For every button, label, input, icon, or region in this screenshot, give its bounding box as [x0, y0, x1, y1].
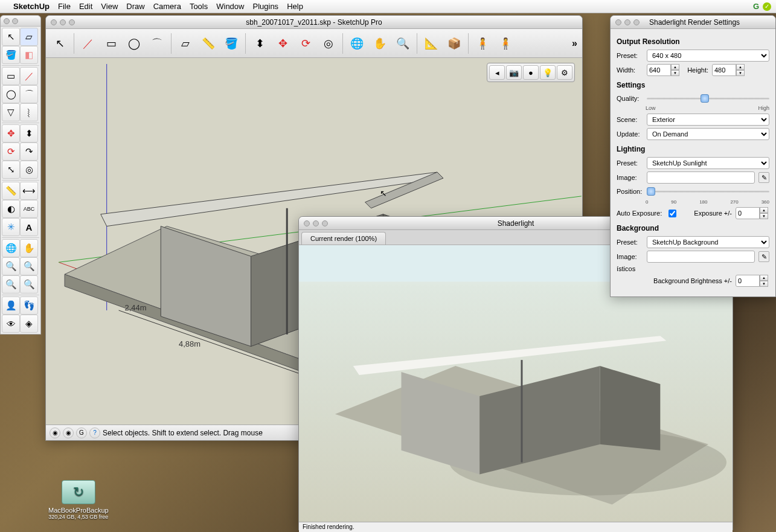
zoom-prev-tool[interactable]: 🔍	[2, 275, 20, 293]
width-up[interactable]: ▲	[671, 64, 679, 70]
person-icon[interactable]: 🧍	[473, 34, 492, 53]
menu-camera[interactable]: Camera	[153, 2, 181, 11]
select-icon[interactable]: ↖	[51, 34, 69, 53]
zoom-icon[interactable]	[633, 19, 640, 25]
lighting-image-picker-icon[interactable]: ✎	[758, 172, 769, 183]
preset-select[interactable]: 640 x 480	[647, 50, 769, 62]
menubar-check-icon[interactable]: ✓	[763, 2, 771, 11]
close-icon[interactable]	[51, 19, 57, 25]
followme-tool[interactable]: ↷	[20, 143, 38, 161]
width-input[interactable]	[647, 64, 671, 76]
zoom-window-tool[interactable]: 🔍	[20, 257, 38, 275]
tab-current-render[interactable]: Current render (100%)	[301, 232, 386, 245]
position-camera-tool[interactable]: 👤	[2, 296, 20, 315]
close-icon[interactable]	[4, 18, 10, 24]
tool-palette-titlebar[interactable]	[1, 16, 40, 27]
line-icon[interactable]: ／	[79, 34, 97, 53]
height-down[interactable]: ▼	[736, 70, 745, 76]
pushpull-tool[interactable]: ⬍	[20, 124, 38, 143]
bg-image-input[interactable]	[647, 251, 755, 263]
zoom-icon[interactable]	[322, 220, 328, 226]
minimize-icon[interactable]	[313, 220, 319, 226]
select-tool[interactable]: ↖	[2, 28, 20, 46]
height-input[interactable]	[712, 64, 736, 76]
paint-icon[interactable]: 🪣	[222, 34, 240, 53]
offset-tool[interactable]: ◎	[20, 161, 38, 179]
arc-tool[interactable]: ⌒	[20, 85, 38, 103]
orbit-tool[interactable]: 🌐	[2, 239, 20, 257]
tape-tool[interactable]: 📏	[2, 182, 20, 200]
status-help-icon[interactable]: ?	[89, 428, 100, 438]
desktop-disk-icon[interactable]: MacBookProBackup 320,24 GB, 4,53 GB free	[48, 480, 109, 520]
exposure-input[interactable]	[736, 207, 760, 219]
move-tool[interactable]: ✥	[2, 124, 20, 143]
camera-icon[interactable]: 📷	[506, 65, 522, 80]
section-plane-tool[interactable]: ◈	[20, 315, 38, 333]
light-icon[interactable]: 💡	[540, 65, 556, 80]
scale-tool[interactable]: ⤡	[2, 161, 20, 179]
menu-window[interactable]: Window	[216, 2, 244, 11]
protractor-tool[interactable]: ◐	[2, 200, 20, 218]
circle-tool[interactable]: ◯	[2, 85, 20, 103]
tape-icon[interactable]: 📏	[199, 34, 217, 53]
gear-icon[interactable]: ⚙	[557, 65, 572, 80]
zoom-icon[interactable]: 🔍	[394, 34, 412, 53]
menu-file[interactable]: File	[58, 2, 71, 11]
minimize-icon[interactable]	[624, 19, 630, 25]
walk-tool[interactable]: 👣	[20, 296, 38, 315]
rotate-tool[interactable]: ⟳	[2, 143, 20, 161]
circle-icon[interactable]: ◯	[125, 34, 143, 53]
getmodels-icon[interactable]: 📦	[445, 34, 463, 53]
close-icon[interactable]	[615, 19, 621, 25]
look-around-tool[interactable]: 👁	[2, 315, 20, 333]
paint-bucket-tool[interactable]: 🪣	[2, 46, 20, 64]
menu-view[interactable]: View	[101, 2, 118, 11]
exp-down[interactable]: ▼	[760, 213, 768, 219]
exp-up[interactable]: ▲	[760, 207, 768, 213]
toolbar-overflow[interactable]: »	[572, 38, 577, 49]
offset-icon[interactable]: ◎	[319, 34, 338, 53]
3dtext-tool[interactable]: A	[20, 218, 38, 236]
settings-titlebar[interactable]: Shaderlight Render Settings	[611, 16, 775, 29]
update-select[interactable]: On Demand	[647, 128, 769, 140]
close-icon[interactable]	[304, 220, 310, 226]
addlocation-icon[interactable]: 📐	[422, 34, 440, 53]
pushpull-icon[interactable]: ⬍	[251, 34, 269, 53]
bgbright-input[interactable]	[736, 275, 760, 287]
bg-image-picker-icon[interactable]: ✎	[758, 251, 769, 262]
bgb-up[interactable]: ▲	[760, 275, 768, 281]
main-titlebar[interactable]: sbh_20071017_v2011.skp - SketchUp Pro	[46, 16, 582, 29]
pan-icon[interactable]: ✋	[371, 34, 389, 53]
menubar-g-icon[interactable]: G	[753, 2, 759, 11]
scene-select[interactable]: Exterior	[647, 114, 769, 126]
move-icon[interactable]: ✥	[274, 34, 292, 53]
pan-tool[interactable]: ✋	[20, 239, 38, 257]
dimension-tool[interactable]: ⟷	[20, 182, 38, 200]
status-geo-icon[interactable]: G	[76, 428, 87, 438]
width-down[interactable]: ▼	[671, 70, 679, 76]
autoexposure-checkbox[interactable]	[669, 210, 676, 217]
polygon-tool[interactable]: ▽	[2, 103, 20, 121]
freehand-tool[interactable]: ⦚	[20, 103, 38, 121]
menu-plugins[interactable]: Plugins	[252, 2, 278, 11]
rectangle-tool[interactable]: ▭	[2, 67, 20, 85]
bgb-down[interactable]: ▼	[760, 281, 768, 287]
lighting-preset-select[interactable]: SketchUp Sunlight	[647, 157, 769, 169]
menu-edit[interactable]: Edit	[79, 2, 92, 11]
make-component-tool[interactable]: ▱	[20, 28, 38, 46]
axes-tool[interactable]: ✳	[2, 218, 20, 236]
make-comp-icon[interactable]: ▱	[176, 34, 194, 53]
eraser-tool[interactable]: ◧	[20, 46, 38, 64]
app-name[interactable]: SketchUp	[13, 2, 50, 11]
orbit-icon[interactable]: 🌐	[348, 34, 366, 53]
menu-tools[interactable]: Tools	[190, 2, 208, 11]
position-slider[interactable]	[647, 186, 769, 197]
arc-icon[interactable]: ⌒	[148, 34, 166, 53]
bg-preset-select[interactable]: SketchUp Background	[647, 236, 769, 248]
quality-slider[interactable]	[647, 93, 769, 104]
menu-draw[interactable]: Draw	[126, 2, 144, 11]
status-info2-icon[interactable]: ◉	[63, 428, 74, 438]
line-tool[interactable]: ／	[20, 67, 38, 85]
menu-help[interactable]: Help	[287, 2, 303, 11]
rectangle-icon[interactable]: ▭	[102, 34, 120, 53]
